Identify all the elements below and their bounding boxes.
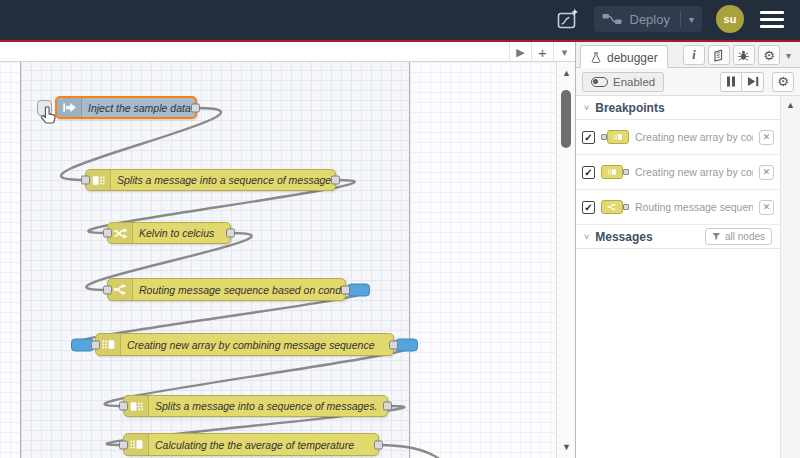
toggle-icon [591,77,608,87]
sidebar-content: ˅ Breakpoints ✓Creating new array by com… [576,96,780,458]
breakpoint-marker-out[interactable] [347,283,370,296]
flow-node-change1[interactable]: Kelvin to celcius [107,222,231,244]
flow-node-switch1[interactable]: Routing message sequence based on condit… [107,278,346,301]
enabled-label: Enabled [613,76,655,88]
scroll-down-icon[interactable]: ▼ [557,442,576,452]
output-port[interactable] [341,285,350,294]
user-avatar[interactable]: su [716,5,744,33]
breakpoint-label: Creating new array by combining message … [635,131,753,143]
deploy-separator [680,11,681,27]
flow-node-join2[interactable]: Calculating the the average of temperatu… [123,433,379,456]
input-port[interactable] [103,229,112,238]
deploy-nodes-icon [602,13,622,25]
input-port[interactable] [81,176,90,185]
breakpoints-section-header[interactable]: ˅ Breakpoints [576,96,780,120]
output-port[interactable] [389,340,398,349]
tab-scroll-right-icon[interactable]: ▶ [509,42,531,62]
join-mini-node-icon [601,165,623,179]
mini-port [623,204,629,210]
canvas-vertical-scrollbar[interactable]: ▲ ▼ [556,62,575,458]
help-button[interactable] [708,45,730,65]
output-port[interactable] [191,103,200,112]
sidebar: debugger i ⚙ ▾ [575,42,800,458]
split-node-icon [91,173,106,188]
flow-list-chevron-icon[interactable]: ▾ [553,42,575,62]
node-label: Routing message sequence based on condit… [133,284,345,296]
flow-canvas[interactable]: Inject the sample dataSplits a message i… [0,62,556,458]
message-filter-button[interactable]: all nodes [705,228,772,245]
add-flow-button[interactable]: + [531,42,553,62]
node-label: Kelvin to celcius [133,227,230,239]
input-port[interactable] [91,340,100,349]
join-mini-node-icon [607,130,629,144]
join-node-icon [101,337,116,352]
chevron-down-icon: ˅ [584,232,589,242]
join-node-icon [613,132,623,142]
breakpoint-checkbox[interactable]: ✓ [582,131,595,144]
messages-section-header[interactable]: ˅ Messages all nodes [576,225,780,249]
sidebar-scrollbar[interactable]: ▲ [780,96,800,458]
node-label: Inject the sample data [82,102,195,114]
pause-icon [726,76,736,87]
breakpoints-title: Breakpoints [595,101,664,115]
scroll-up-icon[interactable]: ▲ [781,100,800,110]
breakpoint-remove-button[interactable]: ✕ [759,165,774,180]
debug-button[interactable] [733,45,755,65]
input-port[interactable] [119,440,128,449]
deploy-chevron-icon[interactable]: ▾ [689,14,694,25]
node-red-editor: Deploy ▾ su ▶ + ▾ Inject the sample data… [0,0,800,458]
output-port[interactable] [226,229,235,238]
debugger-toolbar: Enabled ⚙ [576,68,800,96]
tab-debugger[interactable]: debugger [580,45,668,69]
inject-node-icon [62,100,77,115]
breakpoint-row[interactable]: ✓Creating new array by combining message… [576,120,780,155]
join-node-icon [607,167,617,177]
info-icon: i [692,48,695,63]
breakpoints-list: ✓Creating new array by combining message… [576,120,780,225]
flow-node-inject[interactable]: Inject the sample data [55,96,197,119]
sidebar-settings-button[interactable]: ⚙ [758,45,780,65]
funnel-icon [712,232,721,241]
step-over-icon [747,76,759,87]
breakpoint-checkbox[interactable]: ✓ [582,201,595,214]
join-node-icon [129,437,144,452]
output-port[interactable] [331,176,340,185]
output-port[interactable] [374,440,383,449]
flow-node-split1[interactable]: Splits a message into a sequence of mess… [85,169,336,191]
hand-cursor [38,104,60,130]
change-node-icon [113,226,128,241]
debugger-enabled-toggle[interactable]: Enabled [582,72,664,92]
gear-icon: ⚙ [763,48,775,63]
breakpoint-remove-button[interactable]: ✕ [759,200,774,215]
scroll-up-icon[interactable]: ▲ [557,68,576,78]
flow-node-join1[interactable]: Creating new array by combining message … [95,333,394,356]
output-port[interactable] [383,402,392,411]
flow-node-split2[interactable]: Splits a message into a sequence of mess… [123,395,388,417]
main-menu-icon[interactable] [758,9,786,30]
breakpoint-remove-button[interactable]: ✕ [759,130,774,145]
sidebar-expand-chevron-icon[interactable]: ▾ [783,50,794,61]
input-port[interactable] [119,402,128,411]
switch-node-icon [607,202,617,212]
messages-title: Messages [595,230,652,244]
deploy-button[interactable]: Deploy ▾ [594,6,703,32]
scrollbar-thumb[interactable] [561,90,571,148]
node-label: Calculating the the average of temperatu… [149,439,378,451]
gear-icon: ⚙ [777,74,789,89]
workspace: ▶ + ▾ Inject the sample dataSplits a mes… [0,42,575,458]
breakpoint-checkbox[interactable]: ✓ [582,166,595,179]
input-port[interactable] [103,285,112,294]
flask-icon [590,51,602,64]
assistant-icon[interactable] [556,7,580,31]
pause-button[interactable] [720,72,742,92]
tab-debugger-label: debugger [607,51,658,65]
breakpoint-marker-out[interactable] [395,338,418,351]
debugger-settings-button[interactable]: ⚙ [772,72,794,92]
breakpoint-row[interactable]: ✓Creating new array by combining message… [576,155,780,190]
split-node-icon [129,399,144,414]
info-button[interactable]: i [683,45,705,65]
switch-mini-node-icon [601,200,623,214]
switch-node-icon [113,282,128,297]
step-button[interactable] [742,72,764,92]
breakpoint-row[interactable]: ✓Routing message sequence based on condi… [576,190,780,225]
